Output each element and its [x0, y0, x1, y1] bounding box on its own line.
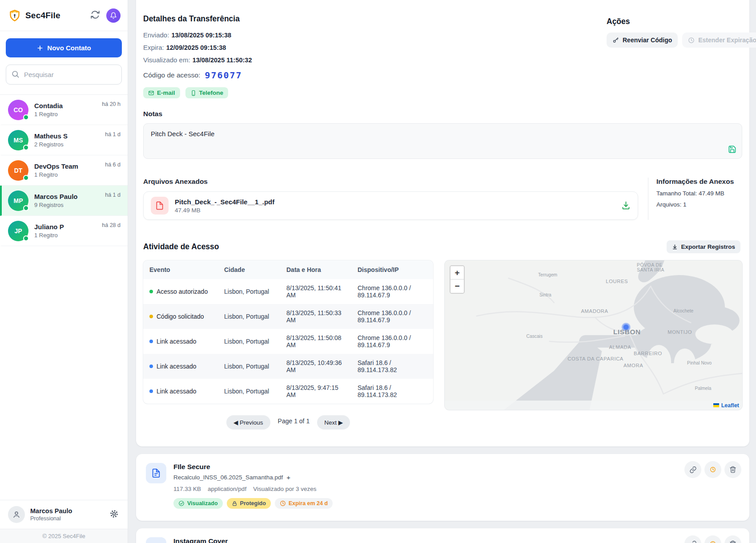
event-label: Código solicitado	[157, 313, 204, 320]
shield-logo-icon	[8, 9, 21, 22]
attached-file-name: Pitch_Deck_-_Sec4File__1_.pdf	[175, 198, 615, 206]
file-card-title: Instagram Cover	[173, 537, 280, 543]
event-datetime: 8/13/2025, 11:50:41 AM	[280, 279, 351, 304]
map-attribution: Leaflet	[445, 401, 742, 410]
zoom-out-button[interactable]: −	[450, 280, 464, 293]
map-place-label: Terrugem	[538, 272, 557, 277]
notifications-button[interactable]	[106, 8, 121, 23]
expand-files-button[interactable]: +	[286, 474, 290, 481]
link-icon	[689, 466, 697, 474]
ukraine-flag-icon	[713, 403, 719, 407]
transfer-field-value: 13/08/2025 11:50:32	[193, 57, 252, 64]
map-place-label: Pinhal Novo	[687, 361, 712, 365]
contact-item-contadia[interactable]: CO Contadia 1 Regitro há 20 h	[0, 95, 128, 125]
current-user-row[interactable]: Marcos Paulo Professional	[0, 500, 128, 529]
page-title: Detalhes da Transferência	[143, 14, 252, 24]
clock-icon	[710, 541, 716, 543]
column-header-dispositivo-ip: Dispositivo/IP	[351, 260, 433, 279]
settings-button[interactable]	[108, 509, 120, 520]
contact-last-activity: há 1 d	[105, 131, 121, 138]
map-place-label: AMADORA	[581, 308, 608, 314]
contact-name: Contadia	[34, 102, 96, 109]
notes-textarea[interactable]: Pitch Deck - Sec4File	[143, 123, 742, 159]
floppy-save-icon	[728, 145, 736, 154]
expiration-button[interactable]	[704, 461, 721, 478]
zoom-in-button[interactable]: +	[450, 266, 464, 280]
contact-name: Marcos Paulo	[34, 193, 99, 200]
search-box	[6, 65, 122, 85]
map-place-label: BARREIRO	[634, 351, 662, 356]
event-datetime: 8/13/2025, 11:50:33 AM	[280, 304, 351, 329]
online-status-dot	[23, 114, 29, 120]
page-indicator: Page 1 of 1	[278, 417, 310, 425]
plus-icon	[36, 45, 44, 52]
contact-item-devops-team[interactable]: DT DevOps Team 1 Regitro há 6 d	[0, 155, 128, 186]
notes-text: Pitch Deck - Sec4File	[151, 130, 214, 138]
extend-expiration-button[interactable]: Estender Expiração	[682, 32, 756, 48]
map-canvas: TerrugemPÓVOA DESANTA IRIALOURESSintraAM…	[445, 260, 742, 410]
download-file-button[interactable]	[621, 201, 631, 211]
copy-link-button[interactable]	[684, 461, 701, 478]
map-place-label: LOURES	[606, 279, 628, 284]
activity-row: Link acessado Lisbon, Portugal 8/13/2025…	[143, 379, 433, 404]
previous-page-button[interactable]: ◀ Previous	[226, 415, 270, 430]
file-card-filename: Recalculo_INSS_06.2025_Samantha.pdf	[173, 474, 283, 481]
contact-name: DevOps Team	[34, 162, 99, 170]
event-city: Lisbon, Portugal	[218, 279, 280, 304]
access-activity-section: Atividade de Acesso Exportar Registros E…	[143, 240, 742, 430]
map-place-label: Palmela	[695, 386, 711, 391]
contact-last-activity: há 1 d	[105, 192, 121, 198]
event-device-ip: Chrome 136.0.0.0 / 89.114.67.9	[351, 329, 433, 354]
contact-item-juliano-p[interactable]: JP Juliano P 1 Regitro há 28 d	[0, 216, 128, 246]
transfer-field-value: 13/08/2025 09:15:38	[171, 32, 231, 39]
sidebar: Sec4File Novo Contato	[0, 0, 128, 543]
leaflet-link[interactable]: Leaflet	[721, 402, 739, 409]
expiration-button[interactable]	[704, 535, 721, 543]
export-records-button[interactable]: Exportar Registros	[667, 240, 740, 253]
contact-last-activity: há 20 h	[102, 101, 121, 107]
resend-code-button[interactable]: Reenviar Código	[607, 32, 678, 48]
attachments-total-size: Tamanho Total: 47.49 MB	[656, 190, 742, 197]
envelope-icon	[148, 90, 154, 96]
file-badge-protegido: Protegido	[227, 498, 271, 509]
map-place-label: Alcochete	[673, 308, 693, 313]
contact-item-matheus-s[interactable]: MS Matheus S 2 Registros há 1 d	[0, 125, 128, 155]
app-logo: Sec4File	[8, 9, 89, 22]
event-datetime: 8/13/2025, 9:47:15 AM	[280, 379, 351, 404]
search-input[interactable]	[6, 65, 122, 85]
event-device-ip: Chrome 136.0.0.0 / 89.114.67.9	[351, 304, 433, 329]
event-label: Link acessado	[157, 338, 197, 345]
file-badge-visualizado: Visualizado	[173, 498, 223, 509]
contact-item-marcos-paulo[interactable]: MP Marcos Paulo 9 Registros há 1 d	[0, 186, 128, 216]
contact-avatar: MS	[8, 130, 28, 150]
delete-file-button[interactable]	[724, 461, 741, 478]
activity-table: EventoCidadeData e HoraDispositivo/IP Ac…	[143, 260, 433, 404]
search-icon	[11, 70, 20, 78]
new-contact-label: Novo Contato	[47, 44, 91, 52]
contact-avatar: JP	[8, 221, 28, 241]
contact-avatar: MP	[8, 190, 28, 211]
event-datetime: 8/13/2025, 10:49:36 AM	[280, 354, 351, 379]
refresh-button[interactable]	[89, 10, 101, 21]
next-page-button[interactable]: Next ▶	[317, 415, 350, 430]
online-status-dot	[23, 235, 29, 241]
clock-icon	[280, 500, 286, 507]
file-meta-item: 117.33 KB	[173, 486, 201, 492]
contact-records: 1 Regitro	[34, 232, 96, 239]
new-contact-button[interactable]: Novo Contato	[6, 38, 122, 57]
contact-last-activity: há 28 d	[102, 222, 121, 228]
contact-last-activity: há 6 d	[105, 162, 121, 168]
event-status-dot	[149, 340, 153, 343]
leaflet-map[interactable]: TerrugemPÓVOA DESANTA IRIALOURESSintraAM…	[445, 260, 742, 410]
export-records-label: Exportar Registros	[681, 243, 735, 250]
delete-file-button[interactable]	[724, 535, 741, 543]
event-status-dot	[149, 315, 153, 318]
lock-icon	[232, 501, 237, 507]
copy-link-button[interactable]	[684, 535, 701, 543]
notes-title: Notas	[143, 110, 742, 118]
event-device-ip: Chrome 136.0.0.0 / 89.114.67.9	[351, 279, 433, 304]
transfer-field: Expira:12/09/2025 09:15:38	[143, 44, 252, 51]
download-icon	[621, 201, 631, 210]
online-status-dot	[23, 205, 29, 211]
save-notes-button[interactable]	[728, 145, 736, 154]
